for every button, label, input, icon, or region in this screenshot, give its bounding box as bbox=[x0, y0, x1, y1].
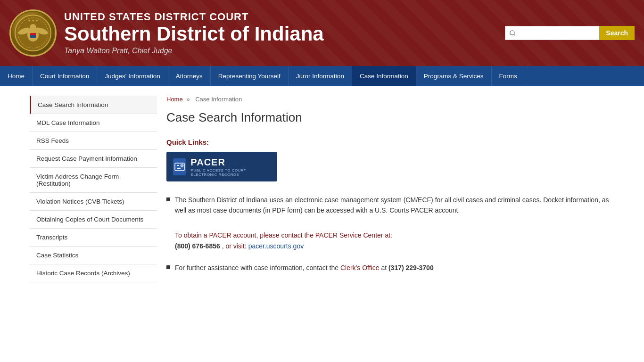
nav-item-representing-yourself[interactable]: Representing Yourself bbox=[211, 66, 289, 86]
bullet-square-2 bbox=[166, 265, 170, 269]
bullet-square-1 bbox=[166, 197, 170, 201]
nav-item-court-information[interactable]: Court Information bbox=[33, 66, 97, 86]
sidebar-item-transcripts[interactable]: Transcripts bbox=[30, 229, 157, 247]
search-button[interactable]: Search bbox=[599, 26, 635, 40]
bullet1-phone: (800) 676-6856 bbox=[175, 242, 220, 250]
pacer-name: PACER bbox=[190, 157, 271, 168]
bullet2-at: at bbox=[381, 264, 388, 272]
sidebar-item-historic-case-records[interactable]: Historic Case Records (Archives) bbox=[30, 264, 157, 282]
court-seal: ★ ★ ★ bbox=[9, 9, 57, 57]
nav-item-case-information[interactable]: Case Information bbox=[352, 66, 416, 86]
content-wrapper: Case Search Information MDL Case Informa… bbox=[20, 86, 624, 294]
header-search[interactable]: Search bbox=[505, 26, 635, 40]
sidebar-item-obtaining-copies[interactable]: Obtaining Copies of Court Documents bbox=[30, 211, 157, 229]
bullet-content-1: The Southern District of Indiana uses an… bbox=[175, 195, 614, 251]
quick-links-label: Quick Links: bbox=[166, 138, 614, 146]
bullet-item-1: The Southern District of Indiana uses an… bbox=[166, 195, 614, 251]
clerks-office-link[interactable]: Clerk's Office bbox=[340, 264, 380, 272]
sidebar-item-request-case-payment[interactable]: Request Case Payment Information bbox=[30, 150, 157, 168]
bullet1-text: The Southern District of Indiana uses an… bbox=[175, 196, 609, 214]
bullet2-intro: For further assistance with case informa… bbox=[175, 264, 340, 272]
sidebar-item-case-search-information[interactable]: Case Search Information bbox=[30, 96, 157, 114]
pacer-icon bbox=[173, 158, 186, 175]
svg-point-11 bbox=[181, 164, 183, 167]
header-left: ★ ★ ★ UNITED STATES DISTRICT COURT South… bbox=[9, 9, 324, 57]
search-input[interactable] bbox=[505, 26, 599, 40]
chief-judge: Tanya Walton Pratt, Chief Judge bbox=[64, 47, 324, 55]
nav-item-programs-services[interactable]: Programs & Services bbox=[416, 66, 492, 86]
sidebar-item-violation-notices[interactable]: Violation Notices (CVB Tickets) bbox=[30, 193, 157, 211]
nav-item-judges-information[interactable]: Judges' Information bbox=[97, 66, 168, 86]
site-header: ★ ★ ★ UNITED STATES DISTRICT COURT South… bbox=[0, 0, 644, 66]
nav-item-juror-information[interactable]: Juror Information bbox=[289, 66, 352, 86]
nav-item-attorneys[interactable]: Attorneys bbox=[168, 66, 211, 86]
svg-text:★ ★ ★: ★ ★ ★ bbox=[28, 19, 38, 22]
bullet1-pacer-info: To obtain a PACER account, please contac… bbox=[175, 230, 614, 251]
header-title: UNITED STATES DISTRICT COURT Southern Di… bbox=[64, 11, 324, 55]
bullet2-phone: (317) 229-3700 bbox=[388, 264, 434, 272]
bullet1-or-visit: , or visit: bbox=[222, 242, 248, 250]
sidebar: Case Search Information MDL Case Informa… bbox=[30, 96, 157, 284]
main-content: Home » Case Information Case Search Info… bbox=[166, 96, 614, 284]
sidebar-item-rss-feeds[interactable]: RSS Feeds bbox=[30, 132, 157, 150]
nav-item-forms[interactable]: Forms bbox=[492, 66, 525, 86]
court-name-line2: Southern District of Indiana bbox=[64, 23, 324, 45]
breadcrumb-home[interactable]: Home bbox=[166, 96, 183, 103]
bullet-item-2: For further assistance with case informa… bbox=[166, 263, 614, 273]
pacer-subtitle: Public Access to Court Electronic Record… bbox=[190, 168, 271, 177]
bullet-content-2: For further assistance with case informa… bbox=[175, 263, 614, 273]
content-bullets: The Southern District of Indiana uses an… bbox=[166, 195, 614, 273]
main-nav: Home Court Information Judges' Informati… bbox=[0, 66, 644, 86]
sidebar-item-victim-address[interactable]: Victim Address Change Form (Restitution) bbox=[30, 168, 157, 193]
breadcrumb: Home » Case Information bbox=[166, 96, 614, 103]
pacer-text: PACER Public Access to Court Electronic … bbox=[190, 157, 271, 177]
page-title: Case Search Information bbox=[166, 110, 614, 129]
nav-item-home[interactable]: Home bbox=[0, 66, 33, 86]
sidebar-item-mdl-case-information[interactable]: MDL Case Information bbox=[30, 114, 157, 132]
breadcrumb-separator: » bbox=[186, 96, 190, 103]
pacer-url-link[interactable]: pacer.uscourts.gov bbox=[248, 242, 304, 250]
breadcrumb-current: Case Information bbox=[195, 96, 242, 103]
court-name-line1: UNITED STATES DISTRICT COURT bbox=[64, 11, 324, 23]
svg-rect-9 bbox=[30, 33, 36, 35]
bullet1-pacer-intro: To obtain a PACER account, please contac… bbox=[175, 231, 392, 239]
pacer-banner[interactable]: PACER Public Access to Court Electronic … bbox=[166, 152, 277, 181]
sidebar-item-case-statistics[interactable]: Case Statistics bbox=[30, 247, 157, 264]
